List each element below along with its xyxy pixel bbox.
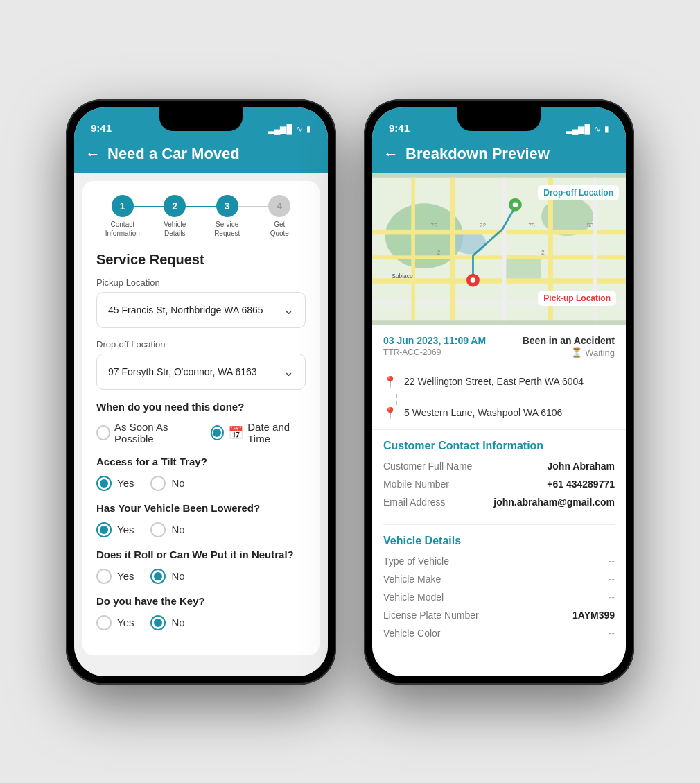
step-circle-3: 3	[216, 195, 238, 217]
contact-value-0: John Abraham	[548, 461, 615, 472]
contact-label-0: Customer Full Name	[383, 461, 472, 472]
neutral-no-label: No	[171, 570, 184, 582]
tilt-yes[interactable]: Yes	[96, 476, 134, 491]
pickup-pin-icon: 📍	[383, 375, 397, 388]
lowered-no[interactable]: No	[150, 522, 184, 537]
meta-ref: TTR-ACC-2069	[383, 347, 486, 357]
when-asap-radio[interactable]	[96, 425, 110, 440]
calendar-icon: 📅	[228, 425, 243, 440]
status-icons-2: ▂▄▆█ ∿ ▮	[566, 124, 609, 134]
step-1: 1 ContactInformation	[96, 195, 149, 238]
when-options: As Soon As Possible 📅 Date and Time	[96, 421, 306, 445]
lowered-no-radio[interactable]	[150, 522, 166, 537]
step-label-4: GetQuote	[270, 220, 289, 238]
step-label-1: ContactInformation	[105, 220, 140, 238]
tilt-no[interactable]: No	[150, 476, 184, 491]
contact-value-2: john.abraham@gmail.com	[493, 497, 615, 508]
contact-row-1: Mobile Number +61 434289771	[383, 479, 615, 490]
pickup-select[interactable]: 45 Francis St, Northbridge WA 6865 ⌄	[96, 292, 306, 328]
vehicle-row-4: Vehicle Color --	[383, 628, 615, 639]
dropoff-select[interactable]: 97 Forsyth Str, O'connor, WA 6163 ⌄	[96, 354, 306, 390]
key-no[interactable]: No	[150, 615, 184, 630]
vehicle-row-2: Vehicle Model --	[383, 592, 615, 603]
battery-icon: ▮	[306, 124, 311, 134]
svg-rect-11	[502, 177, 507, 320]
vehicle-value-1: --	[609, 574, 615, 585]
vehicle-value-3: 1AYM399	[572, 610, 615, 621]
contact-section-title: Customer Contact Information	[383, 440, 615, 452]
tilt-tray-group: Yes No	[96, 476, 306, 491]
back-button-2[interactable]: ←	[383, 145, 399, 163]
lowered-yes[interactable]: Yes	[96, 522, 134, 537]
key-yes-radio[interactable]	[96, 615, 112, 630]
neutral-yes-label: Yes	[117, 570, 134, 582]
key-no-radio[interactable]	[150, 615, 166, 630]
step-circle-2: 2	[164, 195, 186, 217]
status-icons-1: ▂▄▆█ ∿ ▮	[268, 124, 311, 134]
svg-point-22	[513, 202, 518, 207]
phone-2: 9:41 ▂▄▆█ ∿ ▮ ← Breakdown Preview	[364, 99, 634, 685]
signal-icon: ▂▄▆█	[268, 124, 292, 134]
step-label-2: VehicleDetails	[164, 220, 186, 238]
back-button-1[interactable]: ←	[85, 145, 100, 163]
svg-text:75: 75	[528, 222, 535, 229]
step-3: 3 ServiceRequest	[201, 195, 254, 238]
vehicle-label-1: Vehicle Make	[383, 574, 441, 585]
neutral-no-radio[interactable]	[150, 569, 166, 584]
key-label: Do you have the Key?	[96, 595, 306, 607]
when-asap[interactable]: As Soon As Possible	[96, 421, 200, 445]
step-circle-1: 1	[112, 195, 134, 217]
wifi-icon-2: ∿	[594, 124, 601, 134]
lowered-label: Has Your Vehicle Been Lowered?	[96, 502, 306, 514]
locations-section: 📍 22 Wellington Street, East Perth WA 60…	[372, 365, 626, 430]
meta-type: Been in an Accident	[523, 335, 615, 346]
lowered-yes-inner	[100, 526, 108, 534]
status-time-2: 9:41	[389, 122, 410, 134]
svg-rect-10	[450, 177, 456, 320]
phone-1: 9:41 ▂▄▆█ ∿ ▮ ← Need a Car Moved 1 Conta…	[66, 99, 336, 685]
dropoff-chevron-icon: ⌄	[283, 364, 294, 379]
vehicle-value-4: --	[609, 628, 615, 639]
key-group: Yes No	[96, 615, 306, 630]
tilt-no-radio[interactable]	[150, 476, 166, 491]
svg-point-24	[471, 277, 476, 283]
app-header-1: ← Need a Car Moved	[74, 138, 328, 173]
tilt-yes-label: Yes	[117, 477, 134, 489]
meta-date: 03 Jun 2023, 11:09 AM	[383, 335, 486, 346]
step-circle-4: 4	[268, 195, 290, 217]
contact-label-1: Mobile Number	[383, 479, 449, 490]
tilt-yes-inner	[100, 479, 108, 488]
pickup-chevron-icon: ⌄	[283, 302, 294, 318]
vehicle-row-0: Type of Vehicle --	[383, 556, 615, 567]
notch-1	[159, 107, 243, 131]
vehicle-value-2: --	[609, 592, 615, 603]
notch-2	[457, 107, 541, 131]
dropoff-label: Drop-off Location	[96, 339, 306, 350]
key-yes-label: Yes	[117, 617, 134, 628]
when-datetime-radio[interactable]	[211, 425, 224, 440]
contact-label-2: Email Address	[383, 497, 445, 508]
neutral-yes-radio[interactable]	[96, 569, 112, 584]
dropoff-location-row: 📍 5 Western Lane, Washpool WA 6106	[383, 406, 615, 420]
lowered-yes-radio[interactable]	[96, 522, 112, 537]
neutral-yes[interactable]: Yes	[96, 569, 134, 584]
vehicle-label-3: License Plate Number	[383, 610, 479, 621]
neutral-no[interactable]: No	[150, 569, 184, 584]
page-title-1: Need a Car Moved	[107, 145, 240, 163]
main-card-1: 1 ContactInformation 2 VehicleDetails 3 …	[82, 181, 320, 655]
when-datetime-label: Date and Time	[247, 421, 306, 445]
svg-rect-6	[372, 255, 626, 259]
tilt-yes-radio[interactable]	[96, 476, 112, 491]
when-datetime[interactable]: 📅 Date and Time	[211, 421, 306, 445]
preview-content: 03 Jun 2023, 11:09 AM TTR-ACC-2069 Been …	[372, 325, 626, 676]
pickup-location-row: 📍 22 Wellington Street, East Perth WA 60…	[383, 375, 615, 388]
signal-icon-2: ▂▄▆█	[566, 124, 590, 134]
key-yes[interactable]: Yes	[96, 615, 134, 630]
svg-text:2: 2	[437, 248, 441, 255]
lowered-group: Yes No	[96, 522, 306, 537]
form-section-title: Service Request	[96, 252, 306, 268]
dropoff-location-text: 5 Western Lane, Washpool WA 6106	[404, 407, 562, 418]
contact-value-1: +61 434289771	[547, 479, 615, 490]
dropoff-map-label: Drop-off Location	[538, 185, 619, 200]
pickup-label: Pickup Location	[96, 277, 306, 288]
